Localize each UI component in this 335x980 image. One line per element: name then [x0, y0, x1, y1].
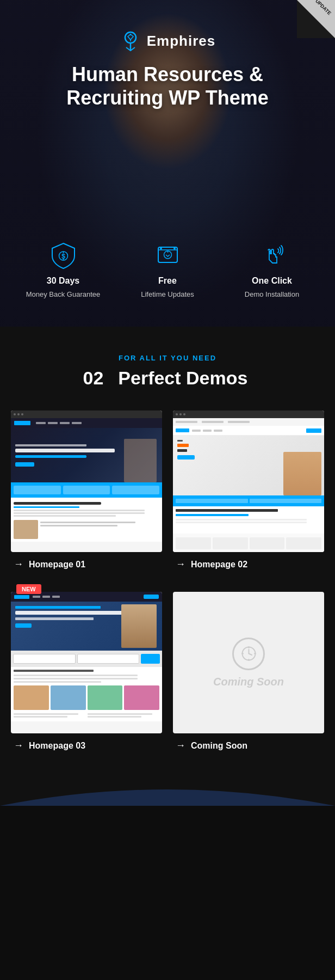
- mock-dot: [14, 413, 16, 415]
- mock-dot: [176, 413, 178, 415]
- demo-card-hp1[interactable]: → Homepage 01: [11, 411, 162, 570]
- feature-lifetime-subtitle: Lifetime Updates: [141, 290, 194, 299]
- mock-text: [177, 449, 187, 452]
- mock-text: [40, 522, 135, 523]
- coming-soon-card: Coming Soon: [173, 592, 324, 733]
- feature-money-back: $ 30 Days Money Back Guarantee: [11, 239, 115, 299]
- mock-nav-btn: [144, 595, 159, 599]
- mock-nav-item: [52, 596, 60, 598]
- mock-col: [88, 712, 160, 719]
- mock-hp2-content-title: [176, 509, 278, 512]
- mock-nav-items: [36, 422, 82, 424]
- mock-hp3-logo: [14, 595, 29, 599]
- mock-card-item: [63, 486, 110, 494]
- mock-browser-bar-hp2: [173, 411, 324, 418]
- logo-area: Emphires: [120, 30, 216, 52]
- mock-text: [40, 525, 117, 526]
- mock-contact-item: [176, 421, 197, 423]
- mock-hp3-form: [11, 651, 162, 667]
- mock-dot: [17, 413, 20, 415]
- hero-title: Human Resources & Recruiting WP Theme: [50, 63, 284, 109]
- mock-hp2-contact-bar: [173, 418, 324, 426]
- mock-hp3-line: [14, 678, 138, 679]
- coming-soon-icon: [232, 638, 265, 670]
- mock-thumb: [14, 520, 38, 539]
- update-badge-text: UPDATE: [314, 0, 332, 16]
- mock-hp3-content: [11, 667, 162, 721]
- mock-hp2-image: [283, 452, 321, 495]
- mock-hp2-icon-item: [250, 537, 285, 549]
- logo-icon: [120, 30, 141, 52]
- demo-label-hp1: → Homepage 01: [11, 559, 162, 570]
- mock-hp3-subtitle: [14, 670, 94, 672]
- mock-hp3-line: [14, 681, 101, 683]
- mock-card-item: [112, 486, 159, 494]
- mock-hp3-text-rows: [14, 712, 159, 719]
- mock-hp3-nav-items: [33, 596, 140, 598]
- mock-contact-item: [202, 421, 224, 423]
- mock-hp3-thumb: [14, 685, 49, 710]
- feature-lifetime: Free Lifetime Updates: [115, 239, 220, 299]
- mock-nav-item: [60, 422, 70, 424]
- mock-hp3-hero: [11, 602, 162, 651]
- mock-hero-heading2: [15, 455, 86, 458]
- demo-screenshot-hp1: [11, 411, 162, 552]
- mock-dot: [179, 413, 182, 415]
- hero-features: $ 30 Days Money Back Guarantee: [0, 223, 335, 310]
- demo-label-hp2: → Homepage 02: [173, 559, 324, 570]
- feature-lifetime-title: Free: [158, 276, 177, 286]
- demo-card-hp3[interactable]: NEW: [11, 592, 162, 751]
- demo-label-hp3: → Homepage 03: [11, 740, 162, 751]
- arrow-icon: →: [14, 740, 23, 751]
- mock-btn: [177, 455, 195, 460]
- mock-text: [88, 713, 152, 715]
- demo-name-coming-soon: Coming Soon: [191, 741, 247, 751]
- section-title: 02 Perfect Demos: [11, 367, 324, 389]
- mock-text: [14, 716, 67, 718]
- mock-content-line: [14, 512, 145, 514]
- mock-hp3-images: [14, 685, 159, 710]
- mock-hp2-lines: [176, 519, 307, 520]
- hero-content: Emphires Human Resources & Recruiting WP…: [50, 0, 284, 109]
- demo-card-hp2[interactable]: → Homepage 02: [173, 411, 324, 570]
- mock-nav: [11, 418, 162, 428]
- section-title-text: Perfect Demos: [118, 367, 247, 388]
- mock-hp2-nav: [173, 426, 324, 436]
- mock-submit: [141, 654, 160, 664]
- mock-hero-heading: [15, 449, 115, 452]
- feature-oneclick-title: One Click: [252, 276, 292, 286]
- demo-name-hp2: Homepage 02: [191, 560, 247, 569]
- feature-oneclick-subtitle: Demo Installation: [245, 290, 299, 299]
- mock-form-field: [13, 654, 76, 664]
- mock-hp2-lines: [176, 522, 307, 523]
- demos-grid: → Homepage 01: [11, 411, 324, 751]
- mock-browser-bar: [11, 411, 162, 418]
- mock-hp3-white-text: [15, 611, 122, 615]
- mock-text: [15, 617, 94, 620]
- arrow-icon: →: [176, 740, 185, 751]
- mock-hp2-nav-items: [192, 430, 303, 432]
- feature-oneclick: One Click Demo Installation: [220, 239, 324, 299]
- demo-screenshot-hp3: [11, 592, 162, 733]
- demo-card-coming-soon: Coming Soon → Coming Soon: [173, 592, 324, 751]
- mock-content-line: [14, 510, 145, 511]
- mock-hp3-thumb: [51, 685, 86, 710]
- mock-hp3-line: [14, 675, 138, 676]
- mock-hp3-image: [121, 604, 157, 648]
- section-tag: FOR ALL IT YOU NEED: [11, 354, 324, 362]
- mock-nav-item: [192, 430, 201, 432]
- svg-point-11: [173, 247, 176, 249]
- mock-hp2-white-section: [173, 506, 324, 534]
- feature-money-back-subtitle: Money Back Guarantee: [26, 290, 101, 299]
- mock-form-field: [77, 654, 140, 664]
- mock-dot: [21, 413, 23, 415]
- mock-hp2-text-block: [177, 440, 195, 460]
- mock-hp2-icons-row: [173, 534, 324, 552]
- bottom-section: [0, 773, 335, 806]
- mock-search-btn: [306, 428, 321, 433]
- mock-hp3-thumb: [88, 685, 123, 710]
- mock-subtitle-line: [14, 506, 79, 508]
- demo-name-hp1: Homepage 01: [29, 560, 85, 569]
- mock-hp2-icon-item: [213, 537, 248, 549]
- hero-section: UPDATE Emphires Human Resources & Re: [0, 0, 335, 327]
